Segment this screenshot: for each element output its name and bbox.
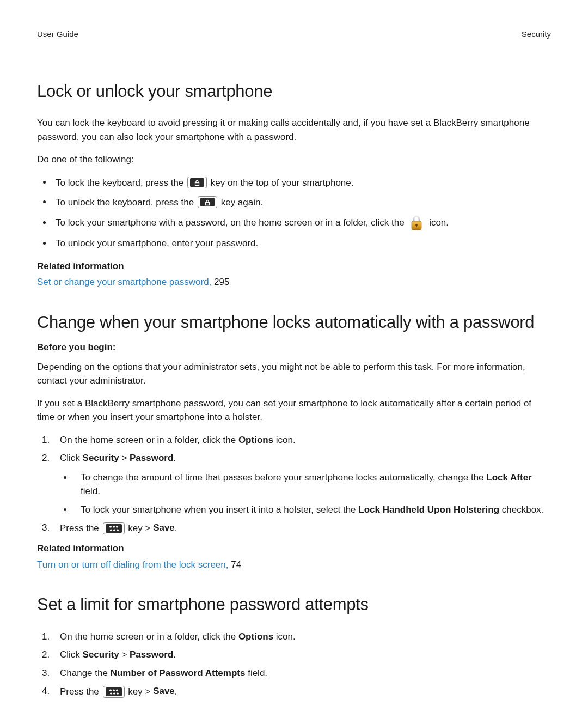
- section2-para1: Depending on the options that your admin…: [37, 360, 551, 388]
- section2-para2: If you set a BlackBerry smartphone passw…: [37, 397, 551, 424]
- svg-point-20: [109, 692, 112, 694]
- step-item: Click Security > Password.: [52, 648, 551, 662]
- list-item: To change the amount of time that passes…: [73, 471, 551, 498]
- section3-steps: On the home screen or in a folder, click…: [52, 630, 551, 699]
- list-item: To lock your smartphone with a password,…: [52, 215, 551, 231]
- step-item: On the home screen or in a folder, click…: [52, 630, 551, 644]
- svg-point-14: [116, 529, 118, 531]
- svg-point-19: [115, 689, 118, 691]
- padlock-icon: [410, 215, 423, 231]
- related-info-line: Set or change your smartphone password, …: [37, 275, 551, 289]
- svg-point-11: [115, 526, 118, 527]
- list-item: To unlock your smartphone, enter your pa…: [52, 236, 551, 251]
- step-item: Click Security > Password. To change the…: [52, 451, 551, 516]
- menu-key-icon: [103, 522, 125, 534]
- list-item: To lock your smartphone when you insert …: [73, 503, 551, 517]
- step-item: On the home screen or in a folder, click…: [52, 433, 551, 447]
- section1-intro: You can lock the keyboard to avoid press…: [37, 116, 551, 144]
- svg-point-21: [113, 692, 115, 694]
- section2-sublist: To change the amount of time that passes…: [73, 471, 551, 517]
- lock-key-icon: [187, 176, 207, 188]
- step-item: Press the key > Save.: [52, 684, 551, 698]
- related-info-line: Turn on or turn off dialing from the loc…: [37, 558, 551, 572]
- related-link[interactable]: Turn on or turn off dialing from the loc…: [37, 559, 229, 570]
- step-item: Change the Number of Password Attempts f…: [52, 666, 551, 680]
- svg-rect-8: [106, 524, 122, 533]
- svg-rect-6: [416, 225, 417, 227]
- svg-point-9: [109, 526, 111, 527]
- step-item: Press the key > Save.: [52, 521, 551, 535]
- svg-point-17: [109, 689, 111, 691]
- svg-point-18: [112, 689, 114, 691]
- svg-rect-16: [106, 687, 122, 696]
- list-item: To unlock the keyboard, press the key ag…: [52, 195, 551, 209]
- before-you-begin-heading: Before you begin:: [37, 340, 551, 355]
- section2-steps: On the home screen or in a folder, click…: [52, 433, 551, 535]
- section3-title: Set a limit for smartphone password atte…: [37, 592, 551, 618]
- section1-list: To lock the keyboard, press the key on t…: [52, 175, 551, 251]
- header-left: User Guide: [37, 28, 78, 41]
- section1-title: Lock or unlock your smartphone: [37, 79, 551, 105]
- svg-point-10: [112, 526, 114, 527]
- section2-title: Change when your smartphone locks automa…: [37, 310, 551, 336]
- related-info-heading: Related information: [37, 259, 551, 273]
- related-link[interactable]: Set or change your smartphone password,: [37, 277, 211, 287]
- svg-point-13: [113, 529, 115, 531]
- header-right: Security: [522, 28, 551, 41]
- related-info-heading: Related information: [37, 541, 551, 556]
- section1-do-label: Do one of the following:: [37, 153, 551, 167]
- lock-key-icon: [198, 196, 217, 208]
- page-header: User Guide Security: [37, 28, 551, 41]
- menu-key-icon: [103, 686, 125, 698]
- svg-point-22: [116, 692, 118, 694]
- list-item: To lock the keyboard, press the key on t…: [52, 175, 551, 190]
- svg-point-12: [109, 529, 112, 531]
